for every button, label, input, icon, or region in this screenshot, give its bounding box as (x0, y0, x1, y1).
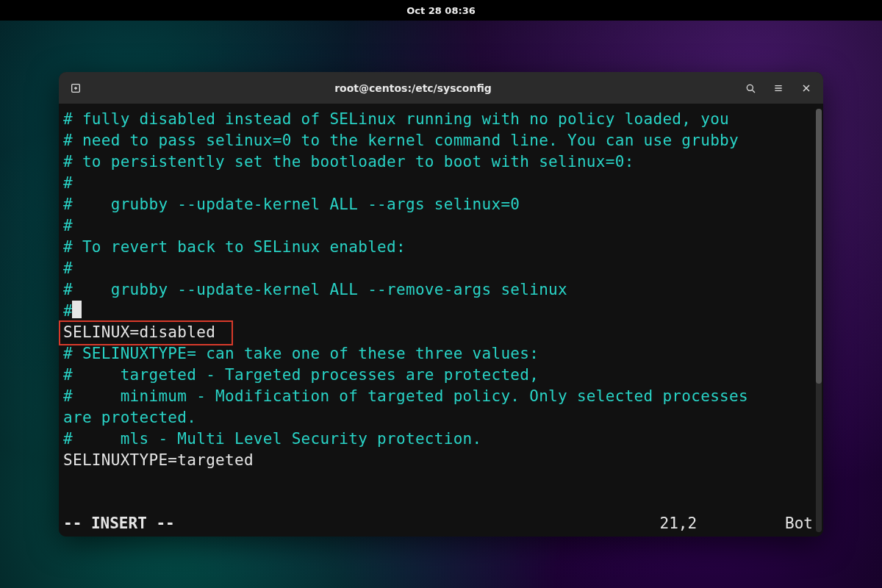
gnome-top-panel: Oct 28 08:36 (0, 0, 882, 21)
search-icon (745, 82, 756, 94)
window-title: root@centos:/etc/sysconfig (88, 82, 738, 94)
svg-line-4 (753, 90, 755, 92)
editor-line[interactable]: # to persistently set the bootloader to … (63, 151, 823, 173)
editor-line[interactable]: # need to pass selinux=0 to the kernel c… (63, 130, 823, 151)
editor-line[interactable]: are protected. (63, 407, 823, 429)
close-icon (800, 82, 812, 94)
close-button[interactable] (794, 76, 819, 100)
vim-cursor-position: 21,2 (659, 514, 697, 532)
editor-line[interactable]: # (63, 173, 823, 194)
panel-clock: Oct 28 08:36 (406, 5, 476, 16)
editor-line[interactable]: # mls - Multi Level Security protection. (63, 429, 823, 450)
vim-status-line: -- INSERT -- 21,2 Bot (63, 514, 813, 532)
svg-point-3 (747, 85, 753, 90)
menu-button[interactable] (766, 76, 791, 100)
editor-line[interactable]: # minimum - Modification of targeted pol… (63, 386, 823, 407)
editor-line[interactable]: # (63, 301, 823, 322)
terminal-viewport[interactable]: # fully disabled instead of SELinux runn… (59, 104, 823, 537)
editor-line[interactable]: # grubby --update-kernel ALL --remove-ar… (63, 279, 823, 301)
editor-line[interactable]: # grubby --update-kernel ALL --args seli… (63, 194, 823, 215)
terminal-window: root@centos:/etc/sysconfig # fully disab… (59, 72, 823, 537)
search-button[interactable] (738, 76, 763, 100)
editor-line[interactable]: # (63, 258, 823, 279)
editor-line[interactable]: # SELINUXTYPE= can take one of these thr… (63, 343, 823, 365)
editor-content[interactable]: # fully disabled instead of SELinux runn… (63, 109, 823, 471)
editor-line[interactable]: # fully disabled instead of SELinux runn… (63, 109, 823, 130)
new-tab-icon (70, 82, 82, 94)
editor-line[interactable]: # (63, 215, 823, 237)
vim-mode: -- INSERT -- (63, 514, 175, 532)
editor-line[interactable]: SELINUX=disabled (63, 322, 823, 343)
scrollbar[interactable] (816, 109, 822, 532)
scrollbar-thumb[interactable] (816, 109, 822, 384)
text-cursor (72, 301, 82, 318)
vim-scroll-indicator: Bot (785, 514, 813, 532)
titlebar: root@centos:/etc/sysconfig (59, 72, 823, 104)
editor-line[interactable]: # targeted - Targeted processes are prot… (63, 365, 823, 386)
editor-line[interactable]: # To revert back to SELinux enabled: (63, 237, 823, 258)
editor-line[interactable]: SELINUXTYPE=targeted (63, 450, 823, 471)
new-tab-button[interactable] (63, 76, 88, 100)
hamburger-menu-icon (772, 82, 784, 94)
